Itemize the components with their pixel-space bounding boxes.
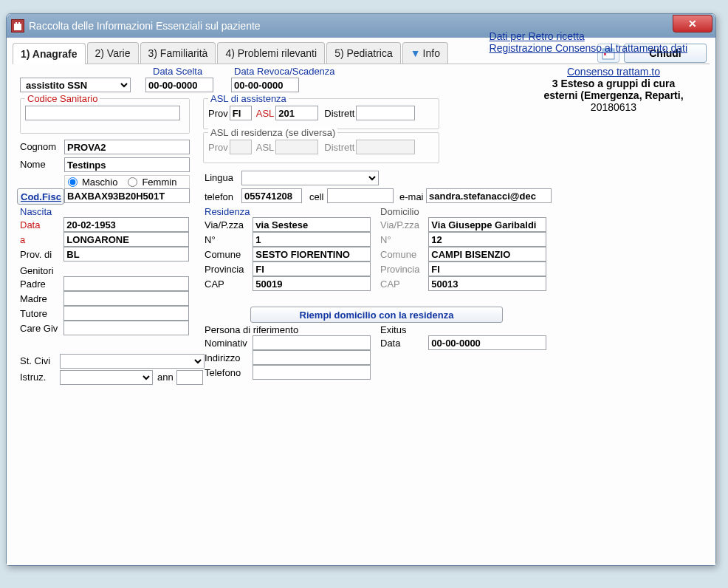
cell-input[interactable] <box>327 188 394 203</box>
caregiver-label: Care Giv <box>20 323 61 334</box>
sex-maschio-label: Maschio <box>82 177 117 188</box>
codfisc-button[interactable]: Cod.Fisc <box>17 188 64 205</box>
sex-femmina-radio[interactable] <box>128 177 137 187</box>
riferimento-group: Persona di riferimento Nominativ Indiriz… <box>205 324 379 380</box>
retro-ricetta-link[interactable]: Dati per Retro ricetta <box>490 30 585 42</box>
consenso-header: Consenso trattam.to <box>567 66 660 78</box>
exitus-label: Exitus <box>380 324 406 335</box>
padre-label: Padre <box>20 278 61 290</box>
istruz-label: Istruz. <box>20 372 46 383</box>
riempi-domicilio-button[interactable]: Riempi domicilio con la residenza <box>250 307 503 323</box>
nascita-a-input[interactable] <box>63 232 189 247</box>
dom-n-input[interactable] <box>428 232 546 247</box>
sex-maschio-radio[interactable] <box>68 177 78 187</box>
asl-res-distr-input[interactable] <box>356 140 415 154</box>
asl-ass-distr-label: Distrett <box>324 108 354 119</box>
consenso-block: Consenso trattam.to 3 Esteso a gruppi di… <box>540 100 687 147</box>
data-scelta-input[interactable] <box>145 78 213 92</box>
stcivile-select[interactable] <box>60 354 205 369</box>
dom-n-label: N° <box>380 234 426 245</box>
asl-res-prov-label: Prov <box>208 142 228 153</box>
tab-familiarita[interactable]: 3) Familiarità <box>140 42 216 64</box>
consenso-date: 20180613 <box>591 101 636 113</box>
data-revoca-input[interactable] <box>231 78 299 92</box>
res-cap-label: CAP <box>205 278 250 290</box>
asl-ass-prov-label: Prov <box>208 108 228 119</box>
codice-sanitario-input[interactable] <box>25 106 180 120</box>
asl-assistenza-label: ASL di assistenza <box>208 93 289 104</box>
cell-label: cell <box>309 191 324 202</box>
padre-input[interactable] <box>63 276 189 291</box>
rif-nom-label: Nominativ <box>205 338 250 349</box>
tab-varie[interactable]: 2) Varie <box>87 42 139 64</box>
consenso-body: 3 Esteso a gruppi di cura esterni (Emerg… <box>543 78 683 101</box>
asl-res-asl-input[interactable] <box>275 140 318 154</box>
nome-input[interactable] <box>64 157 190 172</box>
dom-comune-input[interactable] <box>428 247 546 261</box>
residenza-group: Residenza Via/P.zza N° Comune Provincia … <box>205 206 379 291</box>
assistito-select[interactable]: assistito SSN <box>20 78 131 92</box>
asl-res-distr-label: Distrett <box>324 142 354 153</box>
istruz-select[interactable] <box>60 370 153 385</box>
dom-via-label: Via/P.zza <box>380 219 426 230</box>
genitori-group: Genitori Padre Madre Tutore Care Giv <box>20 265 197 335</box>
asl-res-prov-input[interactable] <box>230 140 252 154</box>
dialog-window: Raccolta delle Informazioni Essenziali s… <box>6 13 716 566</box>
data-scelta-label: Data Scelta <box>153 66 202 77</box>
dom-prov-label: Provincia <box>380 264 426 275</box>
telefono-input[interactable] <box>241 188 302 203</box>
lingua-label: Lingua <box>205 172 233 183</box>
dom-cap-label: CAP <box>380 278 426 290</box>
dom-comune-label: Comune <box>380 249 426 260</box>
nascita-group: Nascita Data a Prov. di <box>20 206 197 261</box>
res-cap-input[interactable] <box>253 276 371 291</box>
rif-nom-input[interactable] <box>253 335 371 350</box>
domicilio-group: Domicilio Via/P.zza N° Comune Provincia … <box>380 206 554 291</box>
nascita-label: Nascita <box>20 206 52 217</box>
res-comune-input[interactable] <box>253 247 371 261</box>
tab-info[interactable]: ▼Info <box>402 42 448 64</box>
dom-via-input[interactable] <box>428 217 546 232</box>
domicilio-label: Domicilio <box>380 206 419 217</box>
rif-tel-input[interactable] <box>253 365 371 380</box>
res-prov-input[interactable] <box>253 261 371 276</box>
tab-problemi[interactable]: 4) Problemi rilevanti <box>217 42 325 64</box>
tab-anagrafe[interactable]: 1) Anagrafe <box>13 43 86 64</box>
asl-ass-prov-input[interactable] <box>230 106 252 120</box>
res-comune-label: Comune <box>205 249 250 260</box>
tutore-label: Tutore <box>20 308 61 319</box>
res-via-input[interactable] <box>253 217 371 232</box>
res-prov-label: Provincia <box>205 264 250 275</box>
codfisc-input[interactable] <box>64 188 190 203</box>
dom-cap-input[interactable] <box>428 276 546 291</box>
exitus-data-label: Data <box>380 338 426 349</box>
dom-prov-input[interactable] <box>428 261 546 276</box>
rif-ind-input[interactable] <box>253 350 371 365</box>
lingua-select[interactable] <box>241 171 379 185</box>
tab-content: assistito SSN Data Scelta Data Revoca/Sc… <box>13 64 710 72</box>
rif-tel-label: Telefono <box>205 367 250 378</box>
exitus-group: Exitus Data <box>380 324 554 350</box>
asl-ass-distr-input[interactable] <box>356 106 415 120</box>
nascita-a-label: a <box>20 234 61 245</box>
cognome-input[interactable] <box>64 140 190 154</box>
caregiver-input[interactable] <box>63 321 189 335</box>
email-label: e-mai <box>399 191 424 202</box>
data-revoca-label: Data Revoca/Scadenza <box>234 66 335 77</box>
registrazione-consenso-link[interactable]: Registrazione Consenso al trattamento da… <box>490 42 687 54</box>
nascita-data-input[interactable] <box>63 217 189 232</box>
email-input[interactable] <box>426 188 552 203</box>
istruz-anni-input[interactable] <box>176 370 203 385</box>
app-castle-icon <box>11 19 24 33</box>
client-area: 1) Anagrafe 2) Varie 3) Familiarità 4) P… <box>7 38 715 565</box>
asl-ass-asl-input[interactable] <box>275 106 318 120</box>
madre-input[interactable] <box>63 291 189 306</box>
tab-pediatrica[interactable]: 5) Pediatrica <box>326 42 401 64</box>
res-n-input[interactable] <box>253 232 371 247</box>
nascita-prov-label: Prov. di <box>20 249 61 260</box>
codice-sanitario-group: Codice Sanitario <box>20 98 190 134</box>
cognome-label: Cognom <box>20 141 56 152</box>
tutore-input[interactable] <box>63 306 189 321</box>
nascita-prov-input[interactable] <box>63 247 189 261</box>
exitus-data-input[interactable] <box>428 335 546 350</box>
